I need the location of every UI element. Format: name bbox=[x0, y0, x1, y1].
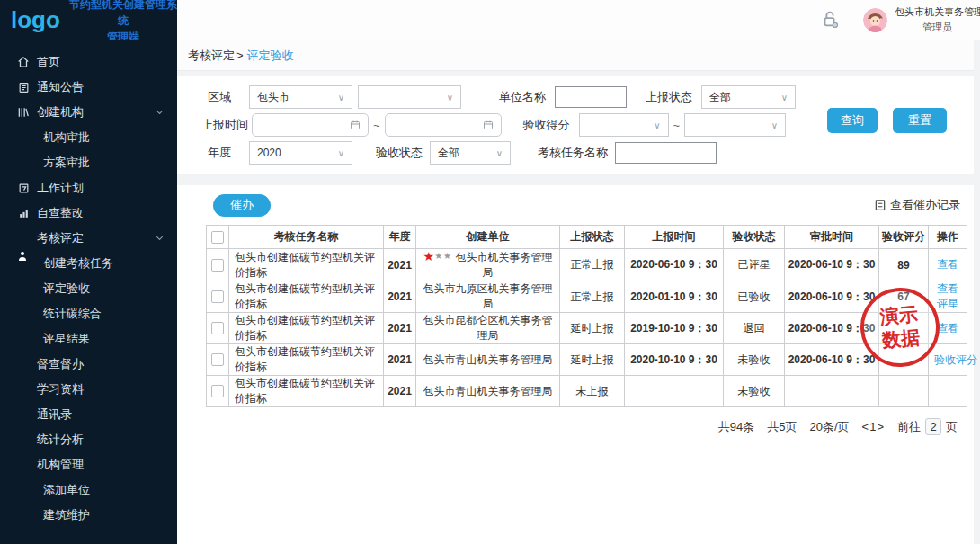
breadcrumb-current[interactable]: 评定验收 bbox=[247, 48, 294, 64]
sidebar-item-org-management[interactable]: 机构管理 bbox=[0, 452, 177, 477]
sidebar-item-work-plan[interactable]: 工作计划 bbox=[0, 175, 177, 201]
sidebar-item-carbon-stats[interactable]: 统计碳综合 bbox=[0, 301, 177, 326]
filter-panel: 区域 包头市∨ ∨ 单位名称 上报状态 全部∨ 上报时间 ~ 验收得分 ∨ ~ bbox=[177, 76, 974, 174]
pagination-pages: 共5页 bbox=[767, 419, 797, 435]
view-urge-records-link[interactable]: 查看催办记录 bbox=[874, 197, 960, 213]
cell-report-time: 2020-01-10 9：30 bbox=[625, 281, 724, 313]
sidebar-item-home[interactable]: 首页 bbox=[0, 49, 177, 75]
reset-button[interactable]: 重置 bbox=[893, 108, 947, 133]
view-link[interactable]: 查看 bbox=[937, 258, 958, 271]
calendar-icon bbox=[483, 120, 494, 130]
cell-task: 包头市创建低碳节约型机关评价指标 bbox=[229, 344, 384, 376]
sidebar-item-notices[interactable]: 通知公告 bbox=[0, 75, 177, 100]
breadcrumb-parent[interactable]: 考核评定 bbox=[188, 48, 235, 64]
sidebar-item-supervision[interactable]: 督查督办 bbox=[0, 352, 177, 377]
sidebar-item-org-approval[interactable]: 机构审批 bbox=[0, 125, 177, 150]
unit-name-input[interactable] bbox=[555, 86, 627, 108]
sidebar-item-study-materials[interactable]: 学习资料 bbox=[0, 377, 177, 402]
cell-report-time: 2019-10-10 9：30 bbox=[625, 313, 724, 344]
notice-icon bbox=[16, 82, 31, 94]
chevron-down-icon: ∨ bbox=[654, 120, 660, 130]
row-checkbox[interactable] bbox=[211, 353, 224, 366]
sidebar-item-label: 创建考核任务 bbox=[43, 255, 113, 272]
cell-task: 包头市创建低碳节约型机关评价指标 bbox=[229, 376, 384, 407]
prev-page-arrow[interactable]: < bbox=[862, 420, 870, 433]
report-status-label: 上报状态 bbox=[646, 89, 692, 105]
chevron-down-icon bbox=[155, 232, 165, 245]
sidebar-item-self-check[interactable]: 自查整改 bbox=[0, 201, 177, 226]
sidebar-item-assessment[interactable]: 考核评定 bbox=[0, 226, 177, 251]
report-time-to-input[interactable] bbox=[385, 113, 502, 137]
region-select-value: 包头市 bbox=[257, 90, 290, 105]
report-time-from-input[interactable] bbox=[252, 113, 369, 137]
cell-score bbox=[879, 376, 929, 407]
search-button[interactable]: 查询 bbox=[827, 108, 878, 133]
next-page-arrow[interactable]: > bbox=[877, 420, 885, 433]
sidebar-item-create-task[interactable]: 创建考核任务 bbox=[0, 251, 177, 276]
urge-button[interactable]: 催办 bbox=[213, 194, 271, 217]
logout-lock-icon[interactable] bbox=[820, 10, 840, 30]
score-to-select[interactable]: ∨ bbox=[684, 113, 786, 137]
pagination-total: 共94条 bbox=[718, 419, 754, 435]
region-select[interactable]: 包头市∨ bbox=[249, 85, 352, 109]
score-from-select[interactable]: ∨ bbox=[579, 113, 669, 137]
top-bar-right: 包头市机关事务管理局 管理员 bbox=[177, 0, 980, 40]
sidebar-item-label: 自查整改 bbox=[37, 205, 84, 221]
cell-accept-status: 已评星 bbox=[724, 249, 785, 281]
select-all-checkbox[interactable] bbox=[211, 231, 224, 244]
sidebar-item-statistics[interactable]: 统计分析 bbox=[0, 427, 177, 452]
calendar-icon bbox=[350, 120, 361, 130]
goto-page-input[interactable]: 2 bbox=[925, 418, 941, 435]
col-approve-time: 审批时间 bbox=[785, 226, 879, 249]
assessment-table: 考核任务名称 年度 创建单位 上报状态 上报时间 验收状态 审批时间 验收评分 … bbox=[206, 225, 967, 407]
pagination-per-page[interactable]: 20条/页 bbox=[810, 419, 850, 435]
col-actions: 操作 bbox=[929, 226, 967, 249]
home-icon bbox=[16, 56, 31, 68]
cell-task: 包头市创建低碳节约型机关评价指标 bbox=[229, 281, 384, 313]
sidebar-item-label: 方案审批 bbox=[43, 155, 90, 171]
col-task-name: 考核任务名称 bbox=[229, 226, 384, 249]
view-link[interactable]: 查看 bbox=[937, 322, 958, 334]
sub-region-select[interactable]: ∨ bbox=[358, 85, 461, 109]
year-select[interactable]: 2020∨ bbox=[249, 141, 352, 165]
sidebar-item-label: 通知公告 bbox=[37, 79, 84, 95]
sidebar-item-star-results[interactable]: 评星结果 bbox=[0, 326, 177, 352]
cell-report-status: 延时上报 bbox=[560, 344, 625, 376]
sidebar-item-add-unit[interactable]: 添加单位 bbox=[0, 477, 177, 503]
chevron-down-icon: ∨ bbox=[447, 93, 453, 103]
region-label: 区域 bbox=[208, 89, 249, 105]
sidebar-item-acceptance[interactable]: 评定验收 bbox=[0, 276, 177, 301]
row-checkbox[interactable] bbox=[211, 259, 224, 272]
pagination: 共94条 共5页 20条/页 <1> 前往2页 bbox=[177, 407, 974, 435]
chevron-down-icon: ∨ bbox=[338, 93, 344, 103]
system-title-line1: 节约型机关创建管理系统 bbox=[69, 0, 177, 29]
report-status-select[interactable]: 全部∨ bbox=[701, 85, 796, 109]
cell-year: 2021 bbox=[384, 376, 416, 407]
row-checkbox[interactable] bbox=[211, 385, 224, 397]
cell-report-status: 未上报 bbox=[560, 376, 625, 407]
sidebar-item-plan-approval[interactable]: 方案审批 bbox=[0, 150, 177, 175]
col-year: 年度 bbox=[384, 226, 416, 249]
unit-name: 包头市机关事务管理局 bbox=[455, 251, 552, 279]
chevron-down-icon: ∨ bbox=[338, 148, 344, 158]
row-checkbox[interactable] bbox=[211, 290, 224, 303]
accept-score-link[interactable]: 验收评分 bbox=[934, 353, 977, 366]
col-report-time: 上报时间 bbox=[625, 226, 724, 249]
table-panel: 催办 查看催办记录 考核任务名称 年度 bbox=[177, 185, 974, 544]
view-link[interactable]: 查看 bbox=[937, 282, 958, 295]
row-checkbox[interactable] bbox=[211, 322, 224, 334]
sidebar-item-contacts[interactable]: 通讯录 bbox=[0, 402, 177, 427]
user-info[interactable]: 包头市机关事务管理局 管理员 bbox=[895, 5, 980, 34]
user-avatar[interactable] bbox=[863, 8, 887, 32]
range-separator: ~ bbox=[673, 119, 681, 132]
sidebar-item-building-maintenance[interactable]: 建筑维护 bbox=[0, 503, 177, 528]
table-row: 包头市创建低碳节约型机关评价指标 2021 包头市青山机关事务管理局 延时上报 … bbox=[207, 344, 967, 376]
range-separator: ~ bbox=[373, 119, 380, 132]
goto-label: 前往 bbox=[897, 420, 921, 433]
task-name-input[interactable] bbox=[615, 142, 717, 164]
star-gray-icons: ★★ bbox=[434, 251, 452, 261]
sidebar-item-create-org[interactable]: 创建机构 bbox=[0, 100, 177, 125]
accept-status-select[interactable]: 全部∨ bbox=[430, 141, 511, 165]
chevron-down-icon: ∨ bbox=[771, 120, 778, 130]
rate-star-link[interactable]: 评星 bbox=[937, 298, 958, 310]
